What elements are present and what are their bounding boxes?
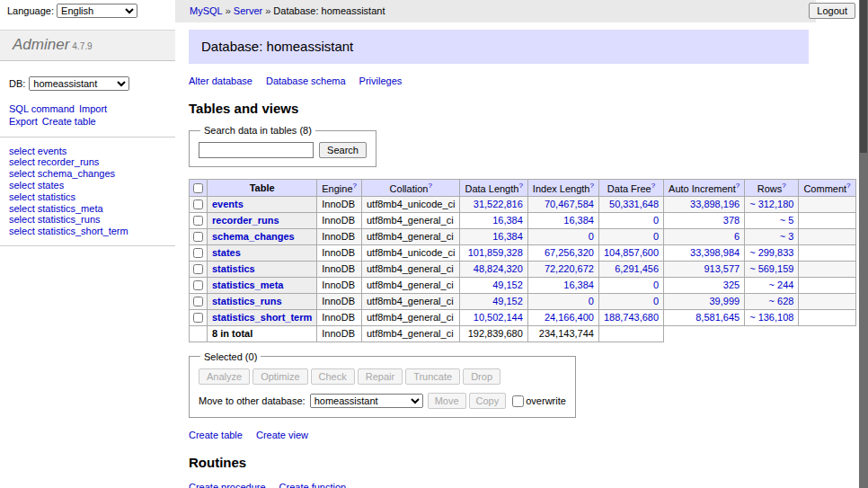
row-checkbox[interactable] <box>193 232 203 242</box>
sidebar-table-link[interactable]: statistics_runs <box>38 214 101 225</box>
table-name-link[interactable]: statistics_meta <box>212 279 284 290</box>
create-view-link[interactable]: Create view <box>256 430 308 440</box>
overwrite-option[interactable]: overwrite <box>512 395 566 406</box>
select-table-link[interactable]: select <box>9 226 35 236</box>
rows-link[interactable]: ~ 628 <box>769 296 794 306</box>
search-button[interactable]: Search <box>319 142 367 158</box>
scrollbar[interactable] <box>859 0 868 488</box>
sidebar-table-link[interactable]: events <box>38 146 66 156</box>
breadcrumb-mysql-link[interactable]: MySQL <box>190 5 223 16</box>
create-function-link[interactable]: Create function <box>279 482 347 488</box>
select-table-link[interactable]: select <box>9 180 35 191</box>
data-length-link[interactable]: 101,859,328 <box>468 247 523 258</box>
auto-increment-link[interactable]: 33,898,196 <box>690 199 740 209</box>
table-name-link[interactable]: statistics <box>212 263 255 274</box>
index-length-link[interactable]: 72,220,672 <box>545 263 594 274</box>
help-link[interactable]: ? <box>782 182 785 190</box>
sidebar-table-link[interactable]: statistics_short_term <box>38 226 128 236</box>
data-length-link[interactable]: 31,522,816 <box>474 199 523 209</box>
index-length-link[interactable]: 16,384 <box>563 215 594 226</box>
help-link[interactable]: ? <box>589 182 593 190</box>
check-button[interactable]: Check <box>311 368 355 385</box>
help-link[interactable]: ? <box>518 182 522 190</box>
rows-link[interactable]: ~ 569,159 <box>749 263 793 274</box>
language-select[interactable]: English <box>57 4 137 18</box>
row-checkbox[interactable] <box>193 264 203 274</box>
data-free-link[interactable]: 50,331,648 <box>609 199 659 209</box>
create-procedure-link[interactable]: Create procedure <box>189 482 266 488</box>
rows-link[interactable]: ~ 136,108 <box>749 312 793 323</box>
index-length-link[interactable]: 0 <box>589 296 594 306</box>
help-link[interactable]: ? <box>651 182 655 190</box>
overwrite-checkbox[interactable] <box>512 395 524 407</box>
index-length-link[interactable]: 16,384 <box>563 279 594 290</box>
privileges-link[interactable]: Privileges <box>359 75 403 86</box>
data-free-link[interactable]: 6,291,456 <box>615 263 659 274</box>
select-table-link[interactable]: select <box>9 191 35 202</box>
scrollbar-thumb[interactable] <box>860 0 867 153</box>
data-free-link[interactable]: 104,857,600 <box>604 247 659 258</box>
row-checkbox[interactable] <box>193 297 203 306</box>
data-length-link[interactable]: 16,384 <box>492 231 523 242</box>
logout-button[interactable]: Logout <box>809 3 855 19</box>
app-name[interactable]: Adminer <box>13 36 69 53</box>
row-checkbox[interactable] <box>193 216 203 226</box>
help-link[interactable]: ? <box>736 182 740 190</box>
alter-database-link[interactable]: Alter database <box>189 75 252 86</box>
sidebar-table-link[interactable]: statistics <box>38 191 75 202</box>
auto-increment-link[interactable]: 913,577 <box>704 263 740 274</box>
select-table-link[interactable]: select <box>9 146 35 156</box>
select-table-link[interactable]: select <box>9 168 35 179</box>
auto-increment-link[interactable]: 8,581,645 <box>695 312 740 323</box>
auto-increment-link[interactable]: 33,398,984 <box>690 247 740 258</box>
data-length-link[interactable]: 49,152 <box>492 279 523 290</box>
row-checkbox[interactable] <box>193 200 203 209</box>
help-link[interactable]: ? <box>846 182 850 190</box>
sidebar-table-link[interactable]: schema_changes <box>38 168 115 179</box>
select-table-link[interactable]: select <box>9 214 35 225</box>
sql-command-link[interactable]: SQL command <box>9 103 75 114</box>
data-free-link[interactable]: 0 <box>653 279 659 290</box>
index-length-link[interactable]: 67,256,320 <box>545 247 594 258</box>
check-all-checkbox[interactable] <box>193 183 203 193</box>
rows-link[interactable]: ~ 299,833 <box>749 247 793 258</box>
data-length-link[interactable]: 48,824,320 <box>474 263 523 274</box>
drop-button[interactable]: Drop <box>463 368 500 385</box>
data-length-link[interactable]: 49,152 <box>492 296 523 306</box>
optimize-button[interactable]: Optimize <box>252 368 307 385</box>
table-name-link[interactable]: statistics_runs <box>212 296 282 306</box>
rows-link[interactable]: ~ 5 <box>780 215 794 226</box>
sidebar-table-link[interactable]: statistics_meta <box>38 203 103 214</box>
auto-increment-link[interactable]: 378 <box>723 215 740 226</box>
table-name-link[interactable]: states <box>212 247 241 258</box>
index-length-link[interactable]: 0 <box>589 231 594 242</box>
rows-link[interactable]: ~ 3 <box>780 231 794 242</box>
help-link[interactable]: ? <box>353 182 357 190</box>
select-table-link[interactable]: select <box>9 156 35 167</box>
table-name-link[interactable]: recorder_runs <box>212 215 279 226</box>
create-table-link[interactable]: Create table <box>42 116 96 127</box>
row-checkbox[interactable] <box>193 248 203 258</box>
repair-button[interactable]: Repair <box>358 368 403 385</box>
analyze-button[interactable]: Analyze <box>199 368 250 385</box>
data-free-link[interactable]: 0 <box>653 215 659 226</box>
import-link[interactable]: Import <box>79 103 107 114</box>
db-select[interactable]: homeassistant <box>29 76 129 91</box>
database-schema-link[interactable]: Database schema <box>266 75 346 86</box>
truncate-button[interactable]: Truncate <box>405 368 460 385</box>
rows-link[interactable]: ~ 312,180 <box>749 199 793 209</box>
table-name-link[interactable]: events <box>212 199 244 209</box>
export-link[interactable]: Export <box>9 116 38 127</box>
copy-button[interactable]: Copy <box>469 393 507 409</box>
auto-increment-link[interactable]: 325 <box>723 279 740 290</box>
table-name-link[interactable]: schema_changes <box>212 231 295 242</box>
index-length-link[interactable]: 70,467,584 <box>545 199 594 209</box>
create-table-link-main[interactable]: Create table <box>189 430 243 440</box>
search-input[interactable] <box>199 142 314 158</box>
move-db-select[interactable]: homeassistant <box>310 394 423 408</box>
data-free-link[interactable]: 188,743,680 <box>604 312 659 323</box>
help-link[interactable]: ? <box>428 182 431 190</box>
auto-increment-link[interactable]: 39,999 <box>710 296 740 306</box>
data-length-link[interactable]: 16,384 <box>492 215 523 226</box>
table-name-link[interactable]: statistics_short_term <box>212 312 312 323</box>
